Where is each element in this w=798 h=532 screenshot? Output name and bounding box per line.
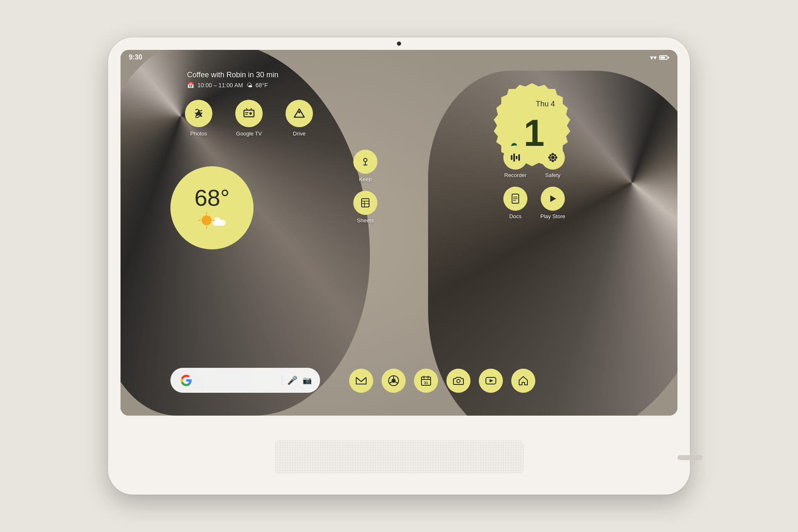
- youtube-icon: [485, 375, 497, 387]
- apps-middle: Keep Sheets: [353, 150, 377, 224]
- pixel-tablet-device: 9:30 ▾▾ Coffee with Robin in 30 min 📅 10…: [108, 37, 690, 495]
- search-lens-icon[interactable]: 📷: [303, 376, 312, 385]
- notification-time-range: 10:00 – 11:00 AM: [197, 82, 243, 89]
- google-tv-label: Google TV: [236, 131, 262, 137]
- svg-point-25: [552, 160, 554, 162]
- svg-point-30: [549, 159, 552, 161]
- app-icon-recorder[interactable]: Recorder: [503, 145, 528, 178]
- svg-line-41: [395, 382, 398, 383]
- apps-top-row: Photos Google TV: [185, 100, 313, 137]
- grid-spacer: [578, 145, 603, 178]
- app-icon-drive[interactable]: Drive: [286, 100, 313, 137]
- svg-rect-15: [362, 199, 369, 207]
- weather-widget[interactable]: 68°: [170, 166, 254, 249]
- svg-rect-1: [244, 110, 254, 117]
- dock-row: 31: [349, 369, 535, 393]
- svg-point-28: [549, 154, 552, 156]
- status-time: 9:30: [129, 54, 142, 61]
- app-icon-photos[interactable]: Photos: [185, 100, 212, 137]
- svg-point-29: [554, 154, 556, 156]
- svg-marker-49: [490, 379, 493, 382]
- svg-point-0: [197, 112, 200, 115]
- camera-icon-circle: [446, 369, 470, 393]
- keep-label: Keep: [359, 176, 372, 182]
- app-icon-safety[interactable]: Safety: [540, 145, 565, 178]
- dock-app-camera[interactable]: [446, 369, 470, 393]
- search-bar[interactable]: 🎤 📷: [170, 368, 320, 393]
- svg-point-24: [552, 153, 554, 155]
- app-icon-google-tv[interactable]: Google TV: [235, 100, 263, 137]
- svg-point-47: [457, 379, 460, 383]
- google-tv-icon-circle: [235, 100, 263, 127]
- wifi-icon: ▾▾: [650, 54, 657, 62]
- play-store-label: Play Store: [540, 213, 565, 219]
- svg-marker-36: [550, 195, 556, 202]
- app-icon-sheets[interactable]: Sheets: [353, 191, 377, 224]
- home-icon: [517, 375, 529, 387]
- svg-point-38: [392, 379, 396, 383]
- notification-detail: 📅 10:00 – 11:00 AM 🌤 68°F: [187, 82, 278, 89]
- svg-point-26: [548, 156, 551, 159]
- notification-area: Coffee with Robin in 30 min 📅 10:00 – 11…: [187, 71, 278, 89]
- search-divider: [282, 375, 282, 385]
- camera-icon: [453, 376, 464, 386]
- device-top-bar: [108, 37, 690, 50]
- calendar-day-name: Thu 4: [536, 100, 555, 108]
- google-tv-icon: [242, 107, 256, 120]
- weather-condition-display: [197, 211, 227, 229]
- charging-cable: [677, 455, 702, 460]
- safety-icon-circle: [541, 145, 565, 170]
- docs-icon: [510, 193, 521, 204]
- svg-point-31: [554, 159, 556, 161]
- device-screen: 9:30 ▾▾ Coffee with Robin in 30 min 📅 10…: [121, 50, 677, 416]
- docs-label: Docs: [509, 213, 522, 219]
- gmail-icon-circle: [349, 369, 373, 393]
- dock-app-gmail[interactable]: [349, 369, 373, 393]
- svg-point-5: [202, 215, 212, 225]
- speaker-mesh: [274, 441, 524, 474]
- svg-point-2: [249, 112, 252, 115]
- svg-point-4: [298, 111, 300, 113]
- safety-label: Safety: [545, 172, 561, 178]
- sheets-label: Sheets: [357, 217, 374, 224]
- dock-app-chrome[interactable]: [382, 369, 406, 393]
- weather-temperature: 68°: [195, 186, 230, 209]
- calendar-inline-icon: 📅: [187, 82, 194, 89]
- battery-icon: [659, 55, 669, 60]
- home-icon-circle: [511, 369, 535, 393]
- safety-icon: [547, 152, 559, 163]
- docs-icon-circle: [503, 187, 527, 211]
- photos-icon-circle: [185, 100, 212, 127]
- recorder-label: Recorder: [504, 172, 526, 178]
- drive-label: Drive: [293, 131, 305, 137]
- app-icon-keep[interactable]: Keep: [353, 150, 377, 182]
- svg-rect-21: [516, 156, 517, 159]
- calendar-icon: 31: [420, 375, 432, 387]
- recorder-icon: [510, 152, 521, 163]
- play-store-icon: [547, 193, 559, 204]
- youtube-icon-circle: [479, 369, 503, 393]
- svg-line-40: [389, 382, 392, 383]
- svg-rect-20: [513, 153, 515, 162]
- sheets-icon-circle: [353, 191, 377, 215]
- dock-app-calendar[interactable]: 31: [414, 369, 438, 393]
- recorder-icon-circle: [503, 145, 527, 170]
- dock-app-home[interactable]: [511, 369, 535, 393]
- dock-app-youtube[interactable]: [479, 369, 503, 393]
- weather-inline-icon: 🌤: [246, 82, 252, 89]
- search-mic-icon[interactable]: 🎤: [287, 375, 298, 385]
- app-icon-play-store[interactable]: Play Store: [540, 187, 565, 219]
- status-icons: ▾▾: [650, 54, 669, 62]
- sheets-icon: [360, 197, 371, 209]
- svg-point-27: [555, 156, 557, 159]
- svg-rect-22: [518, 154, 520, 161]
- svg-point-23: [551, 156, 554, 159]
- notification-weather: 68°F: [256, 82, 268, 89]
- photos-label: Photos: [190, 131, 207, 137]
- front-camera: [397, 42, 401, 46]
- calendar-icon-circle: 31: [414, 369, 438, 393]
- notification-title: Coffee with Robin in 30 min: [187, 71, 278, 79]
- app-icon-docs[interactable]: Docs: [503, 187, 528, 219]
- photos-icon: [192, 107, 205, 120]
- svg-text:31: 31: [424, 381, 428, 385]
